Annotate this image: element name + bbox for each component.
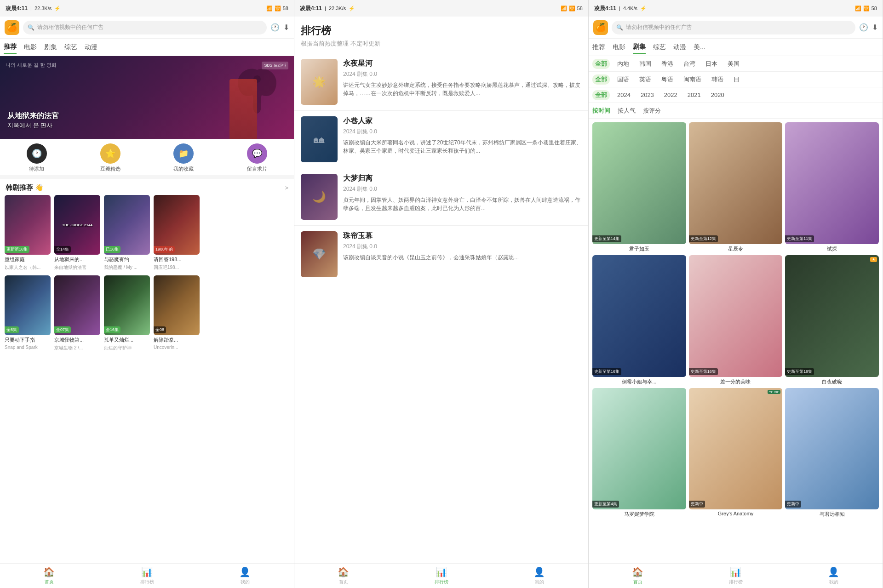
rank-item-2[interactable]: 🏘 小巷人家 2024 剧集 0.0 该剧改编自大米所著同名小说，讲述了20世纪… xyxy=(294,111,588,168)
grid-card-maluo[interactable]: 更新至第4集 马罗妮梦学院 xyxy=(592,388,686,518)
tab-variety-1[interactable]: 综艺 xyxy=(64,41,77,53)
grid-card-yujun[interactable]: 更新中 与君远相知 xyxy=(785,388,879,518)
sort-by-popularity[interactable]: 按人气 xyxy=(618,107,636,115)
tab-anime-3[interactable]: 动漫 xyxy=(673,41,686,53)
tab-recommend-1[interactable]: 推荐 xyxy=(4,41,17,54)
filter-2020[interactable]: 2020 xyxy=(708,91,727,99)
tab-drama-1[interactable]: 剧集 xyxy=(44,41,57,53)
bn-rank-2[interactable]: 📊 排行榜 xyxy=(392,566,490,585)
grid-thumb-inner-shitan xyxy=(785,122,879,244)
grid-card-daomei[interactable]: 史新至第16集 倒霉小姐与幸... xyxy=(592,255,686,385)
drama-card-1-1[interactable]: 更新第16集 重组家庭 以家人之名（韩... xyxy=(5,195,51,271)
filter-hk[interactable]: 香港 xyxy=(659,59,676,69)
tab-variety-3[interactable]: 综艺 xyxy=(653,41,666,53)
drama-card-1-2[interactable]: THE JUDGE 2144 全14集 从地狱来的... 来自地狱的法官 xyxy=(54,195,100,271)
qa-collection[interactable]: 📁 我的收藏 xyxy=(147,143,221,172)
grid-card-shitan[interactable]: 更新至第11集 试探 xyxy=(785,122,879,252)
qa-pending[interactable]: 🕐 待添加 xyxy=(0,143,74,172)
filter-korea[interactable]: 韩国 xyxy=(636,59,654,69)
filter-japanese-lang[interactable]: 日 xyxy=(731,74,742,85)
bn-mine-3[interactable]: 👤 我的 xyxy=(785,566,883,585)
filter-japan[interactable]: 日本 xyxy=(703,59,720,69)
filter-cantonese[interactable]: 粤语 xyxy=(659,74,676,85)
filter-korean-lang[interactable]: 韩语 xyxy=(709,74,726,85)
filter-english[interactable]: 英语 xyxy=(636,74,654,85)
tab-us-3[interactable]: 美... xyxy=(694,41,705,53)
grid-thumb-inner-yujun xyxy=(785,388,879,510)
qa-request[interactable]: 💬 留言求片 xyxy=(220,143,294,172)
status-charging-2: ⚡ xyxy=(349,6,355,11)
bn-home-1[interactable]: 🏠 首页 xyxy=(0,566,98,585)
filter-2022[interactable]: 2022 xyxy=(661,91,680,99)
battery-val-1: 58 xyxy=(283,6,288,11)
filter-mainland[interactable]: 内地 xyxy=(614,59,632,69)
drama-card-1-3[interactable]: 已16集 与恶魔有约 我的恶魔 / My ... xyxy=(104,195,150,271)
drama-card-1-4[interactable]: 1988年的 请回答198... 回应吧198... xyxy=(154,195,200,271)
section-more-recommend[interactable]: > xyxy=(285,184,288,191)
grid-ep-xingchen: 更新至第12集 xyxy=(689,235,718,242)
qa-douban[interactable]: ⭐ 豆瓣精选 xyxy=(74,143,147,172)
filter-us[interactable]: 美国 xyxy=(725,59,742,69)
search-input-wrap-1[interactable]: 🔍 请勿相信视频中的任何广告 xyxy=(23,21,267,34)
grid-card-xingchen[interactable]: 更新至第12集 星辰令 xyxy=(689,122,783,252)
drama-card-2-2[interactable]: 全07集 京城怪物第... 京城生物 2 /... xyxy=(54,275,100,351)
filter-all-lang[interactable]: 全部 xyxy=(592,74,610,85)
history-icon-1[interactable]: 🕐 xyxy=(270,23,280,32)
sort-by-rating[interactable]: 按评分 xyxy=(643,107,661,115)
drama-sub-2-1: Snap and Spark xyxy=(5,345,51,350)
filter-2021[interactable]: 2021 xyxy=(685,91,704,99)
rank-info-3: 大梦归离 2024 剧集 0.0 贞元年间，因掌管人、妖两界的白泽神女意外身亡，… xyxy=(343,174,582,212)
drama-name-2-3: 孤单又灿烂... xyxy=(104,337,150,343)
bn-home-3[interactable]: 🏠 首页 xyxy=(589,566,687,585)
bn-home-2[interactable]: 🏠 首页 xyxy=(294,566,392,585)
search-input-wrap-3[interactable]: 🔍 请勿相信视频中的任何广告 xyxy=(612,21,855,34)
sort-by-time[interactable]: 按时间 xyxy=(592,107,610,115)
bn-mine-1[interactable]: 👤 我的 xyxy=(196,566,294,585)
bn-rank-label-2: 排行榜 xyxy=(435,579,448,585)
grid-thumb-maluo: 更新至第4集 xyxy=(592,388,686,510)
search-icons-1: 🕐 ⬇ xyxy=(270,23,289,32)
download-icon-1[interactable]: ⬇ xyxy=(283,23,289,32)
filter-2024[interactable]: 2024 xyxy=(614,91,633,99)
rank-info-2: 小巷人家 2024 剧集 0.0 该剧改编自大米所著同名小说，讲述了20世纪70… xyxy=(343,116,582,155)
drama-card-2-3[interactable]: 全16集 孤单又灿烂... 灿烂的守护神 xyxy=(104,275,150,351)
drama-card-2-1[interactable]: 全8集 只要动下手指 Snap and Spark xyxy=(5,275,51,351)
signal-icon-1: 📶 xyxy=(266,6,273,11)
search-placeholder-1: 请勿相信视频中的任何广告 xyxy=(37,23,103,31)
filter-row-lang: 全部 国语 英语 粤语 闽南语 韩语 日 xyxy=(589,72,883,87)
grid-card-baiye[interactable]: ★ 史新至第19集 白夜破晓 xyxy=(785,255,879,385)
drama-name-1-2: 从地狱来的... xyxy=(54,256,100,263)
tab-movie-3[interactable]: 电影 xyxy=(613,41,625,53)
status-icons-1: 📶 🛜 58 xyxy=(266,6,288,11)
history-icon-3[interactable]: 🕐 xyxy=(859,23,868,32)
tab-drama-3[interactable]: 剧集 xyxy=(633,41,646,54)
rank-thumb-4: 💎 xyxy=(301,231,338,277)
tab-movie-1[interactable]: 电影 xyxy=(24,41,37,53)
hero-banner[interactable]: 나의 새로운 길 한 영화 SBS 드라마 从地狱来的法官 지옥에서 온 판사 xyxy=(0,56,294,139)
rank-item-3[interactable]: 🌙 大梦归离 2024 剧集 0.0 贞元年间，因掌管人、妖两界的白泽神女意外身… xyxy=(294,168,588,226)
filter-all-region[interactable]: 全部 xyxy=(592,59,610,69)
grid-card-junzi[interactable]: 更新至第14集 君子如玉 xyxy=(592,122,686,252)
drama-name-1-1: 重组家庭 xyxy=(5,256,51,263)
qa-request-icon: 💬 xyxy=(247,143,267,164)
grid-card-chayifen[interactable]: 史新至第16集 差一分的美味 xyxy=(689,255,783,385)
filter-mandarin[interactable]: 国语 xyxy=(614,74,632,85)
filter-hokkien[interactable]: 闽南语 xyxy=(681,74,704,85)
filter-all-year[interactable]: 全部 xyxy=(592,90,610,100)
ep-badge-2-3: 全16集 xyxy=(104,326,120,333)
download-icon-3[interactable]: ⬇ xyxy=(872,23,878,32)
rank-item-1[interactable]: 🌟 永夜星河 2024 剧集 0.0 讲述元气女主凌妙妙意外绑定系统，接受任务指… xyxy=(294,53,588,111)
filter-2023[interactable]: 2023 xyxy=(638,91,657,99)
bn-rank-1[interactable]: 📊 排行榜 xyxy=(98,566,196,585)
bn-rank-3[interactable]: 📊 排行榜 xyxy=(687,566,785,585)
filter-taiwan[interactable]: 台湾 xyxy=(681,59,698,69)
drama-card-2-4[interactable]: 全08 解除跆拳... Uncoverin... xyxy=(154,275,200,351)
rank-item-4[interactable]: 💎 珠帘玉幕 2024 剧集 0.0 该剧改编自谈天音的小说《昆山玉之前传》，会… xyxy=(294,226,588,283)
bn-mine-2[interactable]: 👤 我的 xyxy=(490,566,588,585)
rank-meta-1: 2024 剧集 0.0 xyxy=(343,70,582,78)
ep-badge-2-4: 全08 xyxy=(154,326,166,333)
tab-recommend-3[interactable]: 推荐 xyxy=(592,41,605,53)
grid-card-greys[interactable]: YP VIP 更新中 Grey's Anatomy xyxy=(689,388,783,518)
bn-rank-label-1: 排行榜 xyxy=(140,579,154,585)
tab-anime-1[interactable]: 动漫 xyxy=(85,41,97,53)
